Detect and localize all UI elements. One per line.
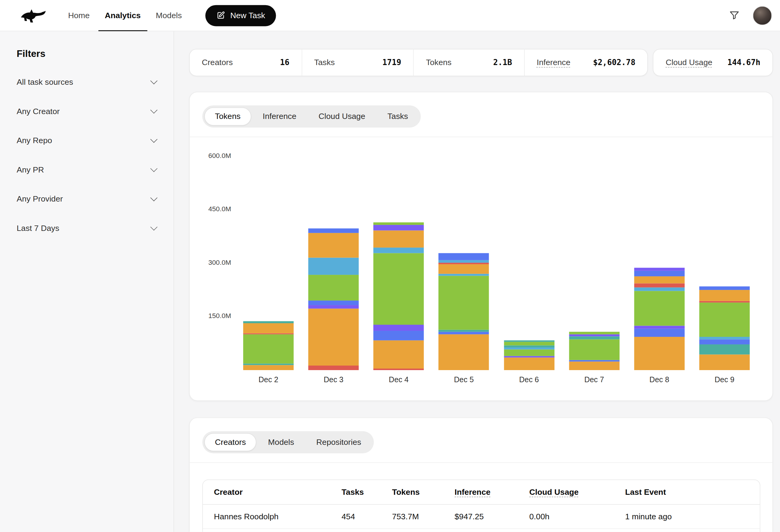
bar-segment-dec-4-purple[interactable] [373,324,424,331]
cell-cloud_usage: 0.00h [529,512,625,521]
nav-item-home[interactable]: Home [61,0,96,31]
bar-segment-dec-4-orange[interactable] [373,340,424,369]
bar-segment-dec-8-green[interactable] [634,291,685,326]
bar-segment-dec-6-green[interactable] [504,350,554,356]
stat-label-cloud-usage[interactable]: Cloud Usage [666,58,712,67]
bar-segment-dec-2-teal[interactable] [243,321,294,323]
column-header-inference[interactable]: Inference [454,487,529,496]
chart-tab-inference[interactable]: Inference [252,107,307,125]
bar-segment-dec-9-orange[interactable] [699,354,750,370]
bar-segment-dec-8-purple[interactable] [634,326,685,329]
bar-segment-dec-4-blue[interactable] [373,331,424,340]
bar-segment-dec-3-blue[interactable] [308,229,359,233]
bar-segment-dec-6-orange[interactable] [504,357,554,370]
bar-segment-dec-4-green[interactable] [373,253,424,324]
bar-segment-dec-7-green[interactable] [569,332,620,334]
bar-segment-dec-3-red[interactable] [308,366,359,370]
filter-all-task-sources[interactable]: All task sources [0,67,174,97]
bar-segment-dec-2-teal[interactable] [243,364,294,365]
bar-segment-dec-2-orange[interactable] [243,323,294,333]
bar-segment-dec-8-orange[interactable] [634,276,685,283]
nav-item-models[interactable]: Models [149,0,188,31]
y-axis-label: 450.0M [190,205,231,213]
bar-segment-dec-8-skyblue[interactable] [634,287,685,291]
filter-last-7-days[interactable]: Last 7 Days [0,214,174,243]
table-row-rooviewer[interactable]: Rooviewer440544.3M$376.2875.23h3 minutes… [203,529,760,532]
bar-segment-dec-2-green[interactable] [243,334,294,364]
bar-segment-dec-8-blue[interactable] [634,329,685,336]
filter-any-pr[interactable]: Any PR [0,155,174,184]
filter-any-repo[interactable]: Any Repo [0,126,174,156]
bar-segment-dec-4-skyblue[interactable] [373,248,424,253]
bar-segment-dec-7-green[interactable] [569,339,620,360]
main-content: Creators16Tasks1719Tokens2.1BInference$2… [174,31,780,532]
bar-segment-dec-3-orange[interactable] [308,233,359,258]
chart-tab-tokens[interactable]: Tokens [204,107,251,125]
bar-segment-dec-6-green[interactable] [504,342,554,345]
bar-segment-dec-2-red[interactable] [243,333,294,335]
filter-label-any-repo: Any Repo [17,136,52,145]
bar-segment-dec-5-orange[interactable] [439,334,489,370]
bar-segment-dec-3-blue[interactable] [308,301,359,305]
bar-segment-dec-4-orange[interactable] [373,230,424,247]
chevron-down-icon [150,107,157,114]
bar-segment-dec-6-skyblue[interactable] [504,348,554,350]
bar-segment-dec-6-purple[interactable] [504,356,554,357]
bar-segment-dec-2-orange[interactable] [243,365,294,370]
bar-segment-dec-4-red[interactable] [373,369,424,370]
bar-segment-dec-7-teal[interactable] [569,336,620,339]
bar-segment-dec-8-orange[interactable] [634,336,685,370]
table-tab-models[interactable]: Models [257,433,305,451]
filter-label-any-pr: Any PR [17,165,44,175]
bar-segment-dec-5-skyblue[interactable] [439,260,489,262]
column-header-cloud-usage[interactable]: Cloud Usage [529,487,625,496]
bar-segment-dec-6-teal[interactable] [504,345,554,348]
table-card: CreatorsModelsRepositories CreatorTasksT… [189,418,773,532]
bar-segment-dec-9-skyblue[interactable] [699,336,750,339]
chart-tab-tasks[interactable]: Tasks [377,107,419,125]
bar-segment-dec-5-teal[interactable] [439,330,489,332]
bar-segment-dec-9-teal[interactable] [699,344,750,354]
bar-segment-dec-9-green[interactable] [699,302,750,336]
bar-segment-dec-5-blue[interactable] [439,253,489,261]
new-task-button[interactable]: New Task [206,5,276,26]
bar-segment-dec-6-teal[interactable] [504,340,554,342]
bar-segment-dec-7-purple[interactable] [569,334,620,336]
filter-funnel-icon[interactable] [727,8,741,23]
table-tab-creators[interactable]: Creators [204,433,256,451]
bar-segment-dec-3-skyblue[interactable] [308,258,359,275]
bar-segment-dec-8-blue[interactable] [634,271,685,277]
bar-segment-dec-4-purple[interactable] [373,225,424,230]
nav-items: HomeAnalyticsModels [61,0,190,31]
bar-segment-dec-3-purple[interactable] [308,305,359,309]
filter-any-provider[interactable]: Any Provider [0,184,174,214]
bar-segment-dec-9-orange[interactable] [699,290,750,301]
table-row-hannes-roodolph[interactable]: Hannes Roodolph454753.7M$947.250.00h1 mi… [203,505,760,529]
filter-any-creator[interactable]: Any Creator [0,97,174,126]
table-tab-repositories[interactable]: Repositories [306,433,372,451]
kangaroo-logo[interactable] [19,6,46,24]
bar-segment-dec-8-purple[interactable] [634,268,685,271]
avatar[interactable] [753,6,772,25]
bar-segment-dec-5-red[interactable] [439,262,489,264]
bar-segment-dec-7-blue[interactable] [569,360,620,362]
bar-segment-dec-5-blue[interactable] [439,332,489,334]
bar-segment-dec-3-green[interactable] [308,275,359,301]
kangaroo-logo-icon [19,7,46,24]
nav-item-analytics[interactable]: Analytics [98,0,147,31]
bar-segment-dec-5-orange[interactable] [439,264,489,274]
bar-segment-dec-9-blue[interactable] [699,339,750,344]
bar-segment-dec-5-green[interactable] [439,276,489,330]
stat-label-inference[interactable]: Inference [537,58,571,67]
new-task-label: New Task [230,11,265,20]
bar-segment-dec-3-orange[interactable] [308,308,359,365]
chart-tab-cloud-usage[interactable]: Cloud Usage [308,107,376,125]
bar-segment-dec-5-skyblue[interactable] [439,274,489,276]
bar-segment-dec-7-orange[interactable] [569,362,620,370]
compose-icon [216,11,225,20]
bar-segment-dec-4-green[interactable] [373,222,424,224]
bar-segment-dec-9-red[interactable] [699,301,750,303]
bar-segment-dec-9-blue[interactable] [699,286,750,290]
stat-value-tokens: 2.1B [493,58,512,67]
bar-segment-dec-8-red[interactable] [634,283,685,287]
